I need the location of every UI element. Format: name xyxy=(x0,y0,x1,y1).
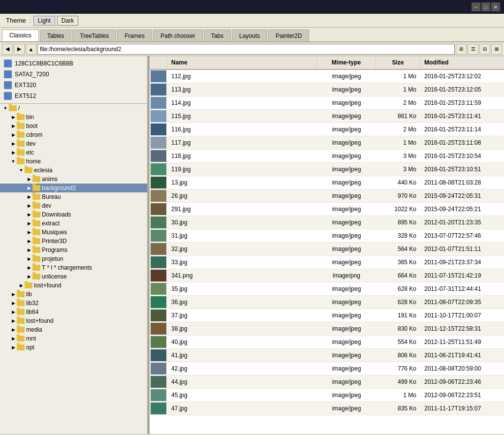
view-details-button[interactable]: ⊠ xyxy=(491,44,502,55)
back-button[interactable]: ◀ xyxy=(2,44,13,55)
close-button[interactable]: ✕ xyxy=(491,2,500,11)
header-size[interactable]: Size xyxy=(376,56,420,69)
tree-item[interactable]: ▶lib64 xyxy=(0,308,147,316)
table-row[interactable]: 31.jpg image/jpeg 328 Ko 2013-07-07T22:5… xyxy=(150,229,504,243)
table-row[interactable]: 38.jpg image/jpeg 830 Ko 2011-12-15T22:5… xyxy=(150,322,504,336)
tree-item[interactable]: ▶Bureau xyxy=(0,192,147,201)
up-button[interactable]: ▲ xyxy=(26,44,36,55)
tree-toggle-icon: ▶ xyxy=(10,326,17,333)
header-mime[interactable]: Mime-type xyxy=(317,56,376,69)
toolbar: ◀ ▶ ▲ ⊞ ☰ ⊟ ⊠ xyxy=(0,42,504,56)
tree-item[interactable]: ▶Musiques xyxy=(0,228,147,237)
table-row[interactable]: 117.jpg image/jpeg 1 Mo 2016-01-25T23:11… xyxy=(150,136,504,150)
tree-item[interactable]: ▶bin xyxy=(0,113,147,122)
tree-item[interactable]: ▼home xyxy=(0,157,147,166)
tree-item[interactable]: ▶Printer3D xyxy=(0,237,147,246)
table-row[interactable]: 119.jpg image/jpeg 3 Mo 2016-01-25T23:10… xyxy=(150,163,504,176)
table-row[interactable]: 42.jpg image/jpeg 776 Ko 2011-08-08T20:5… xyxy=(150,362,504,375)
table-row[interactable]: 13.jpg image/jpeg 440 Ko 2011-08-08T21:0… xyxy=(150,176,504,189)
tree-item[interactable]: ▼/ xyxy=(0,104,147,113)
tab-layouts[interactable]: Layouts xyxy=(232,30,267,41)
file-thumbnail xyxy=(151,323,166,335)
file-size: 564 Ko xyxy=(376,244,420,254)
tree-item[interactable]: ▼eclesia xyxy=(0,166,147,175)
favorite-item[interactable]: EXT320 xyxy=(0,80,147,91)
tree-item[interactable]: ▶cdrom xyxy=(0,130,147,139)
favorite-item[interactable]: EXT512 xyxy=(0,91,147,101)
maximize-button[interactable]: □ xyxy=(481,2,490,11)
tab-classics[interactable]: Classics xyxy=(2,30,39,41)
file-size: 830 Ko xyxy=(376,323,420,334)
table-row[interactable]: 35.jpg image/jpeg 628 Ko 2011-07-31T12:4… xyxy=(150,282,504,296)
table-row[interactable]: 41.jpg image/jpeg 806 Ko 2011-06-21T19:4… xyxy=(150,349,504,362)
tree-item[interactable]: ▶lost+found xyxy=(0,281,147,290)
file-thumbnail xyxy=(151,336,166,348)
table-row[interactable]: 40.jpg image/jpeg 554 Ko 2012-11-25T11:5… xyxy=(150,336,504,349)
main-content: 128C1C8B8C1C6B8BSATA2_7200EXT320EXT512 ▼… xyxy=(0,56,504,434)
file-size: 191 Ko xyxy=(376,310,420,321)
table-row[interactable]: 291.jpg image/jpeg 1022 Ko 2015-09-24T22… xyxy=(150,203,504,216)
tree-item[interactable]: ▶media xyxy=(0,325,147,334)
fav-label: 128C1C8B8C1C6B8B xyxy=(15,60,73,67)
dark-theme-button[interactable]: Dark xyxy=(57,16,78,26)
header-name[interactable]: Name xyxy=(167,56,317,69)
tree-item[interactable]: ▶lib xyxy=(0,290,147,299)
table-row[interactable]: 113.jpg image/jpeg 1 Mo 2016-01-25T23:12… xyxy=(150,83,504,96)
file-size: 365 Ko xyxy=(376,257,420,268)
table-row[interactable]: 47.jpg image/jpeg 835 Ko 2011-11-17T19:1… xyxy=(150,402,504,415)
table-row[interactable]: 45.jpg image/jpeg 1 Mo 2012-09-06T22:23:… xyxy=(150,389,504,402)
table-row[interactable]: 36.jpg image/jpeg 628 Ko 2011-08-07T22:0… xyxy=(150,296,504,309)
table-row[interactable]: 341.png image/png 664 Ko 2011-07-15T21:4… xyxy=(150,269,504,282)
file-mime: image/jpeg xyxy=(317,71,376,82)
view-list-button[interactable]: ☰ xyxy=(468,44,478,55)
file-size: 328 Ko xyxy=(376,230,420,241)
tab-tables[interactable]: Tables xyxy=(40,30,72,41)
tree-item[interactable]: ▶opt xyxy=(0,343,147,352)
address-bar[interactable] xyxy=(37,44,455,55)
view-compact-button[interactable]: ⊟ xyxy=(479,44,490,55)
tree-item[interactable]: ▶etc xyxy=(0,148,147,157)
tree-item[interactable]: ▶dev xyxy=(0,139,147,148)
table-row[interactable]: 37.jpg image/jpeg 191 Ko 2011-10-17T21:0… xyxy=(150,309,504,322)
table-row[interactable]: 44.jpg image/jpeg 499 Ko 2012-09-06T22:2… xyxy=(150,375,504,389)
tree-toggle-icon: ▶ xyxy=(10,131,17,138)
tree-item[interactable]: ▶T * l * chargements xyxy=(0,263,147,272)
tree-item[interactable]: ▶dev xyxy=(0,201,147,210)
tree-item[interactable]: ▶Downloads xyxy=(0,210,147,219)
light-theme-button[interactable]: Light xyxy=(33,16,55,26)
minimize-button[interactable]: ─ xyxy=(472,2,480,11)
tree-item-label: lost+found xyxy=(34,282,62,289)
tab-path-chooser[interactable]: Path chooser xyxy=(153,30,203,41)
tree-item-label: boot xyxy=(26,123,37,129)
tree-item[interactable]: ▶extract xyxy=(0,219,147,228)
table-row[interactable]: 26.jpg image/jpeg 970 Ko 2015-09-24T22:0… xyxy=(150,189,504,203)
table-row[interactable]: 115.jpg image/jpeg 861 Ko 2016-01-25T23:… xyxy=(150,110,504,123)
tree-toggle-icon: ▼ xyxy=(2,105,9,112)
tree-item[interactable]: ▶Programs xyxy=(0,246,147,254)
header-modified[interactable]: Modified xyxy=(420,56,504,69)
table-row[interactable]: 30.jpg image/jpeg 895 Ko 2012-01-20T21:2… xyxy=(150,216,504,229)
table-row[interactable]: 112.jpg image/jpeg 1 Mo 2016-01-25T23:12… xyxy=(150,70,504,83)
favorite-item[interactable]: SATA2_7200 xyxy=(0,69,147,80)
tree-item[interactable]: ▶anims xyxy=(0,175,147,184)
tab-frames[interactable]: Frames xyxy=(117,30,152,41)
table-row[interactable]: 118.jpg image/jpeg 3 Mo 2016-01-25T23:10… xyxy=(150,150,504,163)
favorite-item[interactable]: 128C1C8B8C1C6B8B xyxy=(0,58,147,69)
file-modified: 2011-11-17T19:15:07 xyxy=(420,403,504,414)
tree-item[interactable]: ▶lost+found xyxy=(0,316,147,325)
table-row[interactable]: 114.jpg image/jpeg 2 Mo 2016-01-25T23:11… xyxy=(150,96,504,110)
view-grid-button[interactable]: ⊞ xyxy=(456,44,467,55)
table-row[interactable]: 33.jpg image/jpeg 365 Ko 2011-09-21T23:3… xyxy=(150,256,504,269)
forward-button[interactable]: ▶ xyxy=(14,44,25,55)
table-row[interactable]: 116.jpg image/jpeg 2 Mo 2016-01-25T23:11… xyxy=(150,123,504,136)
tree-item[interactable]: ▶projetun xyxy=(0,254,147,263)
tree-item[interactable]: ▶mnt xyxy=(0,334,147,343)
tree-item[interactable]: ▶boot xyxy=(0,122,147,130)
tree-item[interactable]: ▶unlicense xyxy=(0,272,147,281)
tree-item[interactable]: ▶lib32 xyxy=(0,299,147,308)
table-row[interactable]: 32.jpg image/jpeg 564 Ko 2012-01-07T21:5… xyxy=(150,243,504,256)
tab-tabs[interactable]: Tabs xyxy=(204,30,231,41)
tree-item[interactable]: ▶background2 xyxy=(0,184,147,192)
tab-treetables[interactable]: TreeTables xyxy=(72,30,116,41)
tab-painter2d[interactable]: Painter2D xyxy=(268,30,309,41)
